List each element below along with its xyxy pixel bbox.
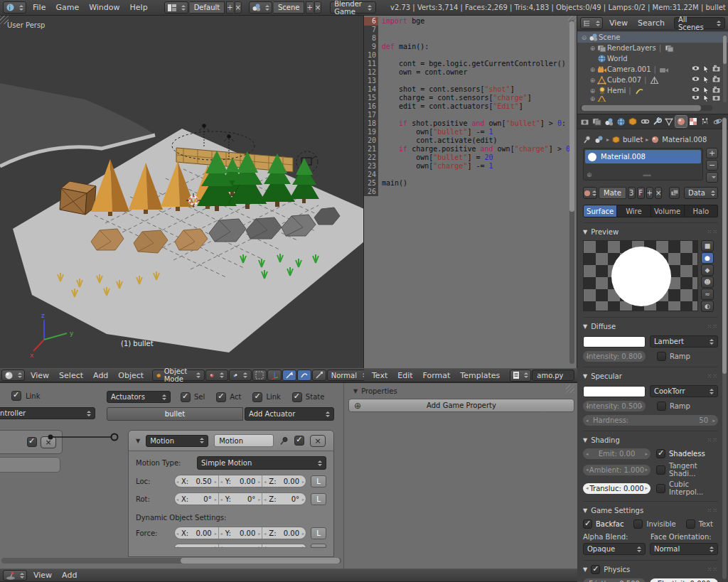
breadcrumb-object[interactable]: bullet	[623, 136, 643, 144]
preview-type-sphere-sky-button[interactable]: ◐	[701, 301, 714, 312]
properties-tab-constraints[interactable]	[639, 116, 651, 127]
properties-tab-modifiers[interactable]	[651, 116, 663, 127]
nodes-button[interactable]	[669, 187, 680, 199]
scale-manipulator-button[interactable]	[312, 370, 326, 381]
number-field-z[interactable]: Z:0°	[262, 493, 306, 505]
logic-menu-add[interactable]: Add	[57, 571, 82, 580]
checkbox[interactable]	[656, 449, 665, 458]
shadeless-toggle[interactable]: Shadeless	[656, 449, 705, 458]
checkbox[interactable]	[686, 519, 695, 529]
topbar-menu-file[interactable]: File	[28, 3, 50, 12]
outliner-menu-search[interactable]: Search	[633, 18, 670, 28]
physics-panel-header[interactable]: ▼ Physics⁙⁙	[583, 564, 718, 575]
visibility-toggle[interactable]	[691, 96, 700, 102]
topbar-menu-game[interactable]: Game	[50, 3, 84, 12]
ambient-slider[interactable]: Ambient: 1.000	[583, 465, 651, 475]
checkbox[interactable]	[181, 392, 191, 402]
viewport-menu-object[interactable]: Object	[113, 371, 149, 380]
specular-ramp-toggle[interactable]: Ramp	[657, 402, 690, 411]
diffuse-color-swatch[interactable]	[583, 336, 646, 347]
viewport-menu-add[interactable]: Add	[88, 371, 113, 380]
editor-type-outliner-dropdown[interactable]	[580, 17, 603, 29]
number-field-y[interactable]: Y:0.00	[218, 527, 262, 539]
preview-type-sphere-button[interactable]: ●	[701, 252, 714, 264]
rotate-manipulator-button[interactable]	[297, 370, 311, 381]
actuator-object-name[interactable]: bullet	[107, 407, 243, 421]
renderability-toggle[interactable]	[712, 86, 721, 96]
properties-tab-render[interactable]	[579, 116, 590, 127]
screen-layout-dropdown[interactable]	[164, 1, 188, 14]
expand-toggle[interactable]: ⊖	[580, 34, 588, 41]
logic-editor[interactable]: Link Actuators SelActLinkState ontroller…	[0, 382, 577, 568]
vector-field[interactable]: X:0°Y:0°Z:0°	[174, 492, 306, 505]
outliner-row-hemi[interactable]: ⊕Hemi|	[577, 85, 728, 96]
outliner-item-label[interactable]: World	[607, 55, 628, 63]
motion-type-select[interactable]: Simple Motion	[197, 456, 326, 470]
logic-menu-view[interactable]: View	[28, 571, 57, 580]
outliner-item-label[interactable]: Camera.001	[607, 65, 651, 73]
specular-shader-select[interactable]: CookTorr	[650, 385, 718, 397]
number-field-z[interactable]: Z:0.00	[262, 527, 306, 539]
add-material-slot-button[interactable]: +	[706, 148, 718, 158]
shading-panel-header[interactable]: ▼Shading⁙⁙	[583, 434, 718, 446]
visibility-toggle[interactable]	[691, 86, 700, 96]
collapse-triangle[interactable]: ▼	[136, 438, 140, 444]
delete-layout-button[interactable]: ×	[235, 1, 242, 14]
viewport-menu-select[interactable]: Select	[54, 371, 88, 380]
manipulator-axis-button[interactable]	[267, 370, 282, 381]
renderability-toggle[interactable]	[712, 96, 721, 102]
properties-tab-particles[interactable]	[700, 116, 711, 127]
properties-tab-scene[interactable]	[603, 116, 614, 127]
actuator-active-checkbox[interactable]	[294, 436, 304, 446]
fake-user-button[interactable]: F	[637, 187, 645, 199]
game-settings-panel-header[interactable]: ▼Game Settings⁙⁙	[583, 505, 718, 516]
outliner-row-renderlayers[interactable]: ⊕RenderLayers|	[577, 43, 728, 53]
checkbox[interactable]	[216, 392, 226, 402]
logic-part-select[interactable]: Actuators	[107, 391, 171, 403]
link-data-select[interactable]: Data	[684, 187, 718, 199]
material-slot-list[interactable]: Material.008 ⊕ ══	[583, 148, 703, 180]
add-actuator-dropdown[interactable]: Add Actuator	[245, 407, 334, 421]
topbar-menu-window[interactable]: Window	[84, 3, 124, 12]
number-field-x[interactable]: X:0.00	[175, 527, 218, 539]
corner-grip[interactable]	[568, 16, 577, 24]
properties-tab-world[interactable]	[615, 116, 626, 127]
viewport-3d[interactable]: z y x User Persp (1) bullet	[0, 16, 364, 368]
preview-type-monkey-button[interactable]: ☻	[701, 276, 714, 288]
expand-toggle[interactable]: ⊕	[589, 77, 596, 84]
text-toggle[interactable]: Text	[686, 519, 713, 529]
properties-tab-render-layers[interactable]	[591, 116, 602, 127]
texteditor-menu-text[interactable]: Text	[367, 371, 392, 380]
snap-button[interactable]	[252, 370, 267, 381]
viewport-shading-select[interactable]	[205, 370, 228, 381]
preview-type-cube-button[interactable]: ◆	[701, 264, 714, 276]
properties-tab-data[interactable]	[663, 116, 675, 127]
material-users-count[interactable]: 3	[628, 187, 636, 199]
diffuse-shader-select[interactable]: Lambert	[650, 335, 718, 347]
add-layout-button[interactable]: +	[226, 1, 232, 14]
local-toggle-button[interactable]: L	[311, 475, 326, 487]
diffuse-ramp-toggle[interactable]: Ramp	[657, 352, 690, 361]
face-orientation-select[interactable]: Normal	[650, 543, 718, 555]
editor-type-info-dropdown[interactable]: i	[3, 1, 26, 14]
specular-panel-header[interactable]: ▼Specular⁙⁙	[583, 370, 718, 382]
text-editor[interactable]: 6import bge789def main():1011 cont = bge…	[364, 16, 577, 368]
selectability-toggle[interactable]	[702, 86, 710, 96]
transluc-slider[interactable]: Transluc: 0.000	[583, 483, 651, 494]
expand-toggle[interactable]: ⊕	[589, 66, 596, 73]
expand-toggle[interactable]: ⊕	[589, 45, 596, 52]
pin-icon[interactable]	[279, 436, 289, 446]
renderability-toggle[interactable]	[712, 65, 721, 75]
expand-toggle[interactable]: ⊕	[589, 96, 596, 102]
filter-link-toggle[interactable]: Link	[252, 392, 280, 402]
logic-hscrollbar[interactable]	[1, 558, 341, 564]
local-toggle-button[interactable]: L	[311, 527, 326, 539]
outliner-item-label[interactable]: RenderLayers	[607, 44, 656, 52]
elasticity-slider[interactable]: Elasticit: 0.000	[650, 578, 718, 582]
checkbox[interactable]	[252, 392, 262, 402]
vector-field[interactable]: X:0.00Y:0.00Z:0.00	[174, 527, 306, 539]
checkbox[interactable]	[656, 484, 665, 493]
controller-block-fragment[interactable]: ×	[0, 430, 63, 454]
outliner-row-scene[interactable]: ⊖Scene	[577, 32, 728, 43]
outliner-item-label[interactable]: Hemi	[607, 87, 626, 95]
